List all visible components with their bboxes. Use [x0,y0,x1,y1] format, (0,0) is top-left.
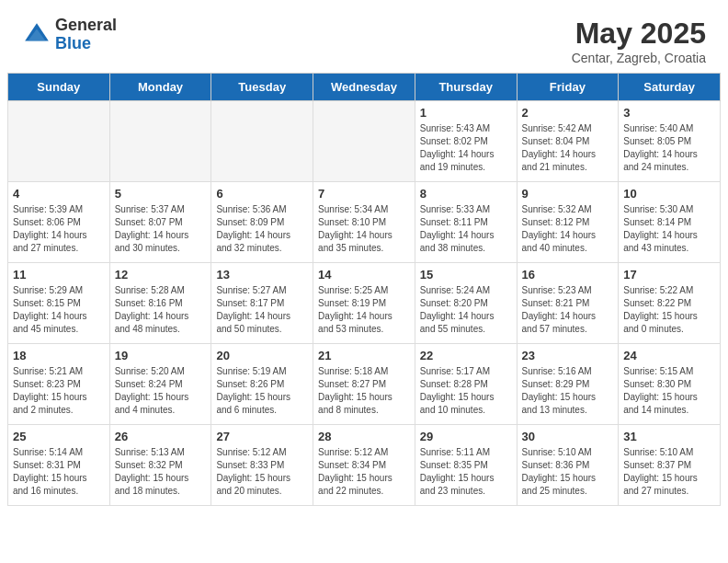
col-header-wednesday: Wednesday [313,74,415,101]
calendar-cell: 12Sunrise: 5:28 AM Sunset: 8:16 PM Dayli… [109,263,211,344]
header: General Blue May 2025 Centar, Zagreb, Cr… [0,0,728,73]
calendar-cell [109,101,211,182]
calendar-cell: 24Sunrise: 5:15 AM Sunset: 8:30 PM Dayli… [619,344,721,425]
day-info: Sunrise: 5:19 AM Sunset: 8:26 PM Dayligh… [216,365,308,417]
day-number: 13 [216,268,308,282]
col-header-saturday: Saturday [619,74,721,101]
day-number: 15 [420,268,512,282]
calendar-cell: 26Sunrise: 5:13 AM Sunset: 8:32 PM Dayli… [109,425,211,506]
day-info: Sunrise: 5:39 AM Sunset: 8:06 PM Dayligh… [13,203,105,255]
day-info: Sunrise: 5:23 AM Sunset: 8:21 PM Dayligh… [522,284,614,336]
day-number: 24 [623,349,715,362]
day-info: Sunrise: 5:30 AM Sunset: 8:14 PM Dayligh… [623,203,715,255]
day-number: 14 [318,268,410,282]
day-number: 2 [522,106,614,120]
day-info: Sunrise: 5:12 AM Sunset: 8:34 PM Dayligh… [318,446,410,498]
day-info: Sunrise: 5:40 AM Sunset: 8:05 PM Dayligh… [623,122,715,174]
location: Centar, Zagreb, Croatia [572,51,706,65]
day-info: Sunrise: 5:36 AM Sunset: 8:09 PM Dayligh… [216,203,308,255]
day-number: 5 [115,187,207,201]
calendar-cell [211,101,313,182]
calendar-cell: 1Sunrise: 5:43 AM Sunset: 8:02 PM Daylig… [415,101,517,182]
day-number: 28 [318,430,410,443]
calendar-cell: 7Sunrise: 5:34 AM Sunset: 8:10 PM Daylig… [313,182,415,263]
calendar-cell: 10Sunrise: 5:30 AM Sunset: 8:14 PM Dayli… [619,182,721,263]
day-number: 17 [623,268,715,282]
calendar-cell: 17Sunrise: 5:22 AM Sunset: 8:22 PM Dayli… [619,263,721,344]
day-number: 12 [115,268,207,282]
day-info: Sunrise: 5:21 AM Sunset: 8:23 PM Dayligh… [13,365,105,417]
calendar: SundayMondayTuesdayWednesdayThursdayFrid… [7,73,721,506]
day-info: Sunrise: 5:20 AM Sunset: 8:24 PM Dayligh… [115,365,207,417]
calendar-cell [8,101,110,182]
calendar-cell: 19Sunrise: 5:20 AM Sunset: 8:24 PM Dayli… [109,344,211,425]
day-info: Sunrise: 5:29 AM Sunset: 8:15 PM Dayligh… [13,284,105,336]
calendar-cell: 21Sunrise: 5:18 AM Sunset: 8:27 PM Dayli… [313,344,415,425]
day-number: 29 [420,430,512,443]
day-info: Sunrise: 5:10 AM Sunset: 8:37 PM Dayligh… [623,446,715,498]
calendar-cell: 31Sunrise: 5:10 AM Sunset: 8:37 PM Dayli… [619,425,721,506]
day-info: Sunrise: 5:34 AM Sunset: 8:10 PM Dayligh… [318,203,410,255]
day-info: Sunrise: 5:27 AM Sunset: 8:17 PM Dayligh… [216,284,308,336]
logo-blue: Blue [55,35,117,53]
logo-general: General [55,17,117,35]
calendar-cell: 14Sunrise: 5:25 AM Sunset: 8:19 PM Dayli… [313,263,415,344]
col-header-monday: Monday [109,74,211,101]
day-number: 25 [13,430,105,443]
day-number: 26 [115,430,207,443]
calendar-cell: 16Sunrise: 5:23 AM Sunset: 8:21 PM Dayli… [517,263,619,344]
day-number: 31 [623,430,715,443]
day-info: Sunrise: 5:13 AM Sunset: 8:32 PM Dayligh… [115,446,207,498]
day-number: 30 [522,430,614,443]
calendar-cell: 22Sunrise: 5:17 AM Sunset: 8:28 PM Dayli… [415,344,517,425]
day-number: 9 [522,187,614,201]
col-header-sunday: Sunday [8,74,110,101]
day-info: Sunrise: 5:15 AM Sunset: 8:30 PM Dayligh… [623,365,715,417]
calendar-cell: 9Sunrise: 5:32 AM Sunset: 8:12 PM Daylig… [517,182,619,263]
day-number: 27 [216,430,308,443]
col-header-thursday: Thursday [415,74,517,101]
month-title: May 2025 [572,17,706,51]
calendar-cell: 27Sunrise: 5:12 AM Sunset: 8:33 PM Dayli… [211,425,313,506]
day-info: Sunrise: 5:16 AM Sunset: 8:29 PM Dayligh… [522,365,614,417]
title-block: May 2025 Centar, Zagreb, Croatia [572,17,706,65]
calendar-cell: 3Sunrise: 5:40 AM Sunset: 8:05 PM Daylig… [619,101,721,182]
day-number: 7 [318,187,410,201]
calendar-cell: 8Sunrise: 5:33 AM Sunset: 8:11 PM Daylig… [415,182,517,263]
calendar-cell: 30Sunrise: 5:10 AM Sunset: 8:36 PM Dayli… [517,425,619,506]
calendar-cell: 28Sunrise: 5:12 AM Sunset: 8:34 PM Dayli… [313,425,415,506]
day-number: 4 [13,187,105,201]
day-info: Sunrise: 5:11 AM Sunset: 8:35 PM Dayligh… [420,446,512,498]
logo: General Blue [22,17,117,53]
calendar-cell: 6Sunrise: 5:36 AM Sunset: 8:09 PM Daylig… [211,182,313,263]
day-info: Sunrise: 5:32 AM Sunset: 8:12 PM Dayligh… [522,203,614,255]
col-header-tuesday: Tuesday [211,74,313,101]
day-info: Sunrise: 5:33 AM Sunset: 8:11 PM Dayligh… [420,203,512,255]
day-info: Sunrise: 5:14 AM Sunset: 8:31 PM Dayligh… [13,446,105,498]
calendar-cell: 4Sunrise: 5:39 AM Sunset: 8:06 PM Daylig… [8,182,110,263]
calendar-cell: 20Sunrise: 5:19 AM Sunset: 8:26 PM Dayli… [211,344,313,425]
calendar-cell: 2Sunrise: 5:42 AM Sunset: 8:04 PM Daylig… [517,101,619,182]
calendar-cell: 29Sunrise: 5:11 AM Sunset: 8:35 PM Dayli… [415,425,517,506]
day-number: 6 [216,187,308,201]
day-info: Sunrise: 5:42 AM Sunset: 8:04 PM Dayligh… [522,122,614,174]
day-info: Sunrise: 5:18 AM Sunset: 8:27 PM Dayligh… [318,365,410,417]
day-number: 20 [216,349,308,362]
calendar-cell: 13Sunrise: 5:27 AM Sunset: 8:17 PM Dayli… [211,263,313,344]
calendar-cell: 15Sunrise: 5:24 AM Sunset: 8:20 PM Dayli… [415,263,517,344]
day-info: Sunrise: 5:25 AM Sunset: 8:19 PM Dayligh… [318,284,410,336]
day-number: 16 [522,268,614,282]
day-info: Sunrise: 5:37 AM Sunset: 8:07 PM Dayligh… [115,203,207,255]
calendar-cell: 25Sunrise: 5:14 AM Sunset: 8:31 PM Dayli… [8,425,110,506]
day-number: 3 [623,106,715,120]
day-number: 18 [13,349,105,362]
day-number: 8 [420,187,512,201]
day-number: 19 [115,349,207,362]
calendar-cell: 18Sunrise: 5:21 AM Sunset: 8:23 PM Dayli… [8,344,110,425]
day-info: Sunrise: 5:22 AM Sunset: 8:22 PM Dayligh… [623,284,715,336]
day-info: Sunrise: 5:10 AM Sunset: 8:36 PM Dayligh… [522,446,614,498]
day-number: 10 [623,187,715,201]
calendar-cell: 5Sunrise: 5:37 AM Sunset: 8:07 PM Daylig… [109,182,211,263]
day-info: Sunrise: 5:43 AM Sunset: 8:02 PM Dayligh… [420,122,512,174]
logo-icon [22,20,51,50]
